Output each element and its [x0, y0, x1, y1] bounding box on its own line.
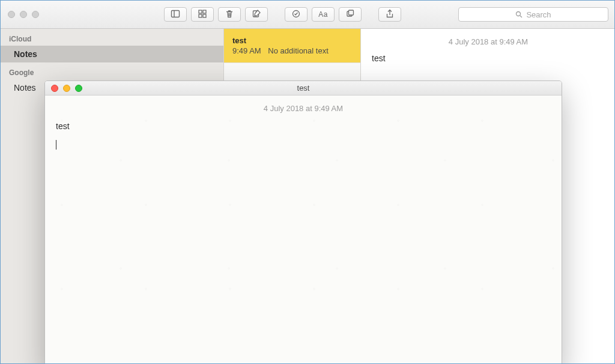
editor-body[interactable]: test: [361, 51, 615, 65]
share-icon: [385, 9, 395, 20]
account-header-google: Google: [1, 62, 223, 79]
open-window-button[interactable]: [339, 7, 362, 22]
folder-label: Notes: [14, 83, 36, 93]
window-icon: [345, 9, 355, 20]
toolbar: Aa: [164, 7, 401, 22]
checklist-button[interactable]: [285, 7, 308, 22]
svg-rect-3: [203, 10, 206, 13]
svg-point-12: [517, 12, 521, 16]
float-body-text: test: [56, 121, 70, 131]
compose-icon: [252, 9, 261, 20]
new-note-button[interactable]: [245, 7, 268, 22]
float-editor[interactable]: 4 July 2018 at 9:49 AM test: [45, 96, 562, 364]
svg-rect-0: [172, 10, 180, 17]
float-titlebar[interactable]: test: [45, 81, 562, 96]
float-editor-date: 4 July 2018 at 9:49 AM: [56, 96, 551, 119]
format-icon: Aa: [318, 10, 328, 19]
svg-rect-2: [199, 10, 202, 13]
editor-date: 4 July 2018 at 9:49 AM: [361, 29, 615, 51]
note-preview: No additional text: [268, 46, 328, 55]
gallery-icon: [198, 9, 207, 20]
float-editor-body[interactable]: test: [56, 119, 551, 153]
float-window-title: test: [45, 83, 562, 93]
folder-row-icloud-notes[interactable]: Notes: [1, 46, 223, 62]
minimize-button[interactable]: [20, 11, 27, 18]
search-placeholder: Search: [526, 10, 551, 19]
note-list-item[interactable]: test 9:49 AM No additional text: [224, 29, 360, 63]
gallery-view-button[interactable]: [191, 7, 214, 22]
svg-rect-4: [199, 14, 202, 17]
delete-button[interactable]: [218, 7, 241, 22]
search-input[interactable]: Search: [458, 7, 608, 22]
search-icon: [515, 11, 523, 18]
text-cursor: [56, 140, 56, 150]
note-time: 9:49 AM: [232, 46, 261, 55]
trash-icon: [225, 9, 234, 20]
checklist-icon: [291, 9, 301, 20]
svg-rect-5: [203, 14, 206, 17]
account-header-icloud: iCloud: [1, 29, 223, 46]
note-title: test: [232, 36, 352, 45]
folder-label: Notes: [14, 49, 37, 59]
close-button[interactable]: [8, 11, 15, 18]
titlebar: Aa: [1, 1, 615, 29]
floating-note-window: test 4 July 2018 at 9:49 AM test: [44, 80, 562, 364]
svg-rect-11: [349, 10, 354, 15]
sidebar-toggle-icon: [171, 9, 180, 20]
note-subtitle: 9:49 AM No additional text: [232, 46, 352, 55]
share-button[interactable]: [378, 7, 401, 22]
format-button[interactable]: Aa: [312, 7, 335, 22]
traffic-lights: [8, 11, 39, 18]
svg-line-13: [520, 16, 522, 17]
zoom-button[interactable]: [32, 11, 39, 18]
sidebar-toggle-button[interactable]: [164, 7, 187, 22]
